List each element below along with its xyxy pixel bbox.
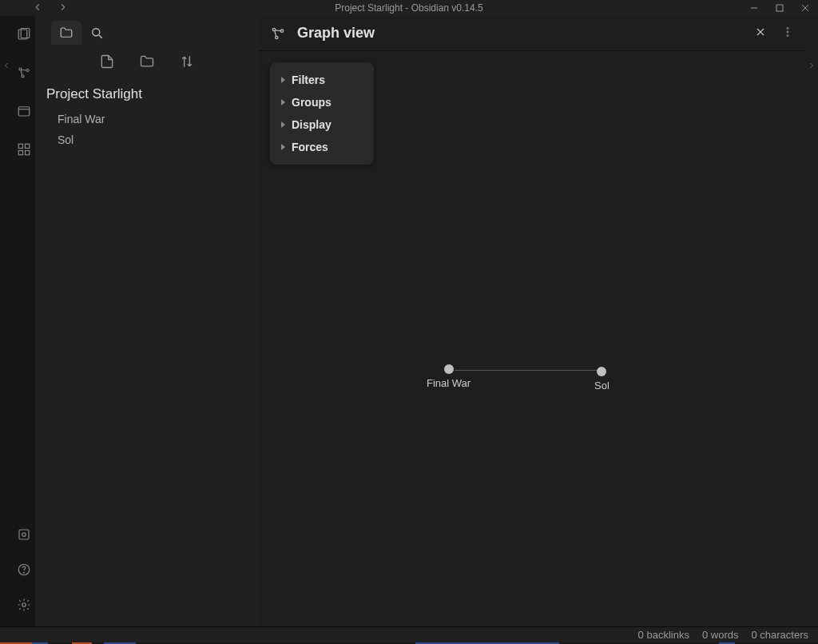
sort-icon[interactable] (179, 54, 195, 73)
tab-search[interactable] (81, 21, 112, 45)
node-dot-icon (444, 364, 454, 374)
svg-point-6 (19, 68, 22, 70)
window-title: Project Starlight - Obsidian v0.14.5 (0, 2, 818, 14)
chevron-right-icon (281, 99, 285, 105)
graph-node[interactable]: Final War (427, 364, 471, 389)
chevron-right-icon (281, 121, 285, 128)
graph-control-display[interactable]: Display (270, 113, 374, 136)
template-icon[interactable] (17, 142, 31, 160)
explorer-toolbar (35, 45, 259, 81)
status-words: 0 words (702, 629, 739, 641)
svg-rect-13 (18, 144, 22, 148)
graph-edge (455, 370, 598, 371)
graph-control-groups[interactable]: Groups (270, 91, 374, 113)
status-backlinks: 0 backlinks (638, 629, 689, 641)
status-bar: 0 backlinks 0 words 0 characters (0, 626, 818, 642)
window-close-button[interactable] (792, 0, 818, 16)
svg-point-20 (24, 572, 25, 573)
quick-switcher-icon[interactable] (17, 27, 31, 45)
graph-control-filters[interactable]: Filters (270, 69, 374, 91)
collapse-left-button[interactable] (0, 16, 13, 626)
vault-title: Project Starlight (35, 81, 259, 109)
svg-rect-15 (18, 151, 22, 155)
collapse-right-button[interactable] (805, 16, 818, 626)
file-item[interactable]: Final War (35, 109, 259, 129)
svg-rect-16 (26, 151, 30, 155)
svg-point-18 (22, 533, 26, 537)
graph-control-label: Display (292, 118, 332, 131)
graph-canvas[interactable]: Filters Groups Display Forces Final War … (259, 51, 805, 626)
daily-note-icon[interactable] (17, 104, 31, 121)
svg-point-21 (22, 603, 26, 607)
vault-icon[interactable] (17, 527, 31, 545)
close-view-icon[interactable] (754, 26, 767, 42)
nav-forward-icon[interactable] (58, 2, 69, 15)
svg-point-8 (22, 75, 24, 78)
ribbon (13, 16, 35, 626)
svg-rect-14 (26, 144, 30, 148)
svg-point-25 (280, 30, 283, 32)
svg-point-33 (787, 34, 788, 36)
svg-line-28 (275, 30, 276, 36)
node-dot-icon (597, 367, 606, 376)
graph-control-label: Forces (292, 141, 328, 153)
new-note-icon[interactable] (99, 54, 115, 73)
svg-point-32 (787, 30, 788, 32)
graph-control-forces[interactable]: Forces (270, 136, 374, 158)
new-folder-icon[interactable] (139, 54, 155, 73)
graph-icon[interactable] (17, 66, 31, 83)
settings-icon[interactable] (17, 598, 31, 615)
svg-rect-17 (19, 530, 29, 539)
titlebar: Project Starlight - Obsidian v0.14.5 (0, 0, 818, 16)
graph-control-label: Groups (292, 96, 332, 109)
view-title: Graph view (297, 25, 743, 42)
file-item[interactable]: Sol (35, 129, 259, 150)
main-pane: Graph view Filters Groups Display Forces… (259, 16, 805, 626)
graph-node[interactable]: Sol (594, 367, 610, 392)
tab-files[interactable] (51, 21, 81, 45)
svg-point-22 (93, 29, 100, 36)
svg-rect-1 (776, 5, 783, 11)
help-icon[interactable] (17, 563, 31, 580)
window-minimize-button[interactable] (741, 0, 767, 16)
svg-line-10 (21, 70, 22, 75)
file-explorer: Project Starlight Final War Sol (35, 16, 259, 626)
svg-point-31 (787, 27, 788, 29)
graph-view-icon (270, 26, 286, 42)
more-options-icon[interactable] (781, 26, 794, 42)
node-label: Final War (427, 377, 471, 389)
view-header: Graph view (259, 16, 805, 51)
window-maximize-button[interactable] (767, 0, 792, 16)
chevron-right-icon (281, 77, 285, 83)
status-chars: 0 characters (751, 629, 808, 641)
svg-line-27 (275, 30, 280, 30)
svg-point-7 (26, 70, 29, 72)
graph-control-label: Filters (292, 74, 325, 86)
svg-point-26 (276, 36, 278, 38)
nav-back-icon[interactable] (32, 2, 43, 15)
svg-line-9 (22, 70, 26, 70)
svg-rect-11 (18, 107, 30, 116)
node-label: Sol (594, 380, 610, 392)
svg-point-24 (272, 28, 275, 30)
svg-line-23 (99, 35, 102, 38)
graph-controls-panel: Filters Groups Display Forces (270, 62, 374, 165)
chevron-right-icon (281, 144, 285, 150)
